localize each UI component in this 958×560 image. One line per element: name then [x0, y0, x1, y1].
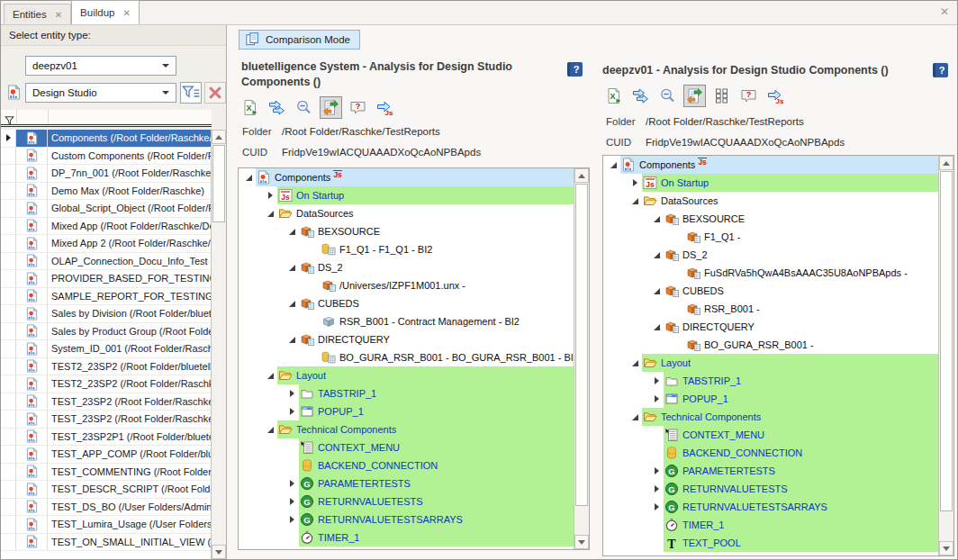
collapse-arrow-icon[interactable]: [650, 395, 664, 402]
scrollbar-thumb[interactable]: [940, 171, 953, 511]
tree-node[interactable]: ComponentsJs: [603, 156, 938, 174]
collapse-arrow-icon[interactable]: [285, 516, 299, 523]
left-tree-scrollbar[interactable]: [574, 168, 589, 549]
help-icon[interactable]: ?: [933, 63, 948, 77]
entity-list-scrollbar[interactable]: [211, 130, 226, 559]
entity-row[interactable]: Demo Max (/Root Folder/Raschke): [1, 183, 212, 201]
tree-node[interactable]: DIRECTQUERY: [239, 330, 574, 348]
tree-node[interactable]: GPARAMETERTESTS: [603, 462, 938, 480]
tree-node[interactable]: ComponentsJs: [239, 168, 574, 186]
expand-arrow-icon[interactable]: [628, 360, 642, 366]
entity-row[interactable]: Global_Script_Object (/Root Folder/R: [1, 200, 212, 218]
tree-node[interactable]: RSR_B001 - Contract Management - BI2: [239, 312, 574, 330]
excel-export-button[interactable]: X: [239, 96, 261, 119]
entity-row[interactable]: TEST_Lumira_Usage (/User Folders/A: [1, 516, 212, 534]
expand-arrow-icon[interactable]: [650, 288, 664, 294]
expand-arrow-icon[interactable]: [285, 229, 299, 235]
expand-arrow-icon[interactable]: [264, 373, 277, 379]
entity-row[interactable]: System_ID_001 (/Root Folder/Raschk: [1, 340, 212, 358]
tree-node[interactable]: DS_2: [239, 258, 574, 276]
tree-node[interactable]: CONTEXT_MENU: [603, 426, 938, 444]
entity-row[interactable]: TEST_DS_BO (/User Folders/Administ: [1, 499, 212, 517]
scrollbar-thumb[interactable]: [212, 145, 225, 222]
entity-row[interactable]: SAMPLE_REPORT_FOR_TESTING_M (: [1, 288, 212, 306]
tree-node[interactable]: BO_GURA_RSR_B001 - BO_GURA_RSR_B001 - BI…: [239, 348, 574, 366]
tree-node[interactable]: POPUP_1: [239, 402, 574, 420]
collapse-arrow-icon[interactable]: [264, 192, 277, 199]
collapse-arrow-icon[interactable]: [650, 377, 664, 384]
entity-row[interactable]: TEST_23SP2P1 (/Root Folder/bluetelli: [1, 429, 212, 447]
expand-arrow-icon[interactable]: [628, 198, 642, 204]
tree-node[interactable]: CONTEXT_MENU: [239, 438, 574, 456]
scroll-down-icon[interactable]: [212, 545, 226, 559]
tree-node[interactable]: DataSources: [239, 204, 574, 222]
tree-node[interactable]: TTEXT_POOL: [603, 534, 938, 552]
entity-row[interactable]: Mixed App (/Root Folder/Raschke/De: [1, 218, 212, 236]
expand-arrow-icon[interactable]: [650, 324, 664, 330]
entity-row[interactable]: Components (/Root Folder/Raschke/Te: [1, 130, 212, 148]
expand-arrow-icon[interactable]: [285, 265, 299, 271]
js-export-button[interactable]: Js: [764, 85, 787, 107]
entity-row[interactable]: Sales by Division (/Root Folder/bluete: [1, 305, 212, 323]
tree-node[interactable]: Layout: [603, 354, 938, 372]
tree-node[interactable]: TIMER_1: [239, 528, 574, 546]
scroll-up-icon[interactable]: [212, 130, 226, 144]
transfer-button[interactable]: [266, 96, 288, 119]
tree-node[interactable]: BO_GURA_RSR_B001 -: [603, 336, 938, 354]
tree-node[interactable]: GRETURNVALUETESTS: [239, 492, 574, 510]
compare-refresh-button[interactable]: [320, 96, 342, 119]
tree-node[interactable]: CUBEDS: [603, 282, 938, 300]
compare-refresh-button[interactable]: [683, 85, 706, 107]
tree-node[interactable]: /Universes/IZPF1M001.unx -: [239, 276, 574, 294]
tree-node[interactable]: TABSTRIP_1: [603, 372, 938, 390]
comparison-mode-button[interactable]: Comparison Mode: [239, 30, 360, 50]
tree-node[interactable]: JsOn Startup: [239, 186, 574, 204]
entity-row[interactable]: TEST2_23SP2 (/Root Folder/Raschke,: [1, 375, 212, 393]
tree-node[interactable]: GRETURNVALUETESTS: [603, 480, 938, 498]
right-tree-scrollbar[interactable]: [938, 156, 953, 555]
expand-arrow-icon[interactable]: [607, 162, 620, 168]
zoom-out-button[interactable]: [656, 85, 679, 107]
scroll-down-icon[interactable]: [574, 535, 589, 549]
entity-row[interactable]: Sales by Product Group (/Root Folder: [1, 323, 212, 341]
tiles-button[interactable]: [710, 85, 733, 107]
expand-arrow-icon[interactable]: [628, 414, 642, 420]
tree-node[interactable]: RSR_B001 -: [603, 300, 938, 318]
tree-node[interactable]: POPUP_1: [603, 390, 938, 408]
expand-arrow-icon[interactable]: [285, 301, 299, 307]
tree-node[interactable]: BACKEND_CONNECTION: [603, 444, 938, 462]
entity-row[interactable]: TEST2_23SP2 (/Root Folder/bluetellig: [1, 358, 212, 376]
tree-node[interactable]: GRETURNVALUETESTSARRAYS: [603, 498, 938, 516]
entity-row[interactable]: TEST_23SP2 (/Root Folder/Raschke/L: [1, 411, 212, 429]
expand-arrow-icon[interactable]: [285, 337, 299, 343]
entity-type-dropdown[interactable]: Design Studio: [25, 83, 176, 103]
entity-row[interactable]: TEST_DESCR_SCRIPT (/Root Folder/F: [1, 481, 212, 499]
tab-close-icon[interactable]: ✕: [122, 8, 130, 18]
zoom-out-button[interactable]: [293, 96, 315, 119]
close-icon[interactable]: ✕: [940, 6, 949, 17]
tree-node[interactable]: FuSdRVa5hQwA4BsAAAC35U8AoNPBApds -: [603, 264, 938, 282]
tab-close-icon[interactable]: ✕: [55, 10, 62, 20]
entity-row[interactable]: TEST_23SP2 (/Root Folder/Raschke/D: [1, 393, 212, 411]
comment-question-button[interactable]: ?: [737, 85, 760, 107]
tree-node[interactable]: BEXSOURCE: [603, 210, 938, 228]
collapse-arrow-icon[interactable]: [285, 498, 299, 505]
collapse-arrow-icon[interactable]: [628, 179, 642, 186]
tree-node[interactable]: DIRECTQUERY: [603, 318, 938, 336]
help-icon[interactable]: ?: [567, 62, 583, 77]
expand-arrow-icon[interactable]: [650, 216, 664, 222]
tree-node[interactable]: DS_2: [603, 246, 938, 264]
system-dropdown[interactable]: deepzv01: [25, 56, 176, 76]
js-export-button[interactable]: Js: [374, 96, 396, 119]
scroll-up-icon[interactable]: [939, 156, 953, 170]
scroll-down-icon[interactable]: [939, 541, 953, 555]
tree-node[interactable]: Technical Components: [603, 408, 938, 426]
tree-node[interactable]: BEXSOURCE: [239, 222, 574, 240]
expand-arrow-icon[interactable]: [264, 211, 277, 217]
entity-row[interactable]: TEST_APP_COMP (/Root Folder/bluet: [1, 446, 212, 464]
tree-node[interactable]: GRETURNVALUETESTSARRAYS: [239, 510, 574, 528]
entity-row[interactable]: PROVIDER_BASED_FOR_TESTING (/F: [1, 270, 212, 288]
entity-row[interactable]: DP_7nn_001 (/Root Folder/Raschke/T: [1, 165, 212, 183]
entity-row[interactable]: TEST_ON_SMALL_INITIAL_VIEW (/Ro: [1, 534, 212, 552]
collapse-arrow-icon[interactable]: [650, 467, 664, 474]
